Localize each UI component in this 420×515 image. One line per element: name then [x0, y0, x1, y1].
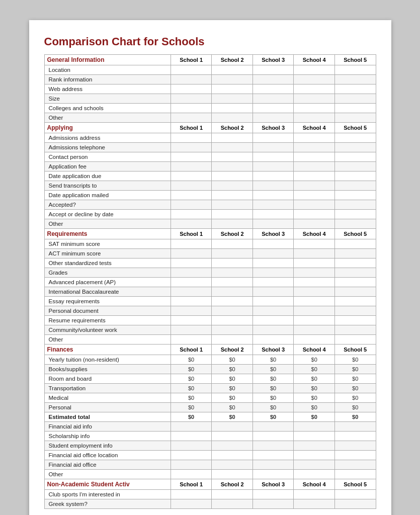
row-label: International Baccalaureate [44, 287, 171, 297]
table-row: Other standardized tests [44, 259, 376, 268]
section-col-4-4: School 5 [334, 479, 376, 490]
section-col-4-2: School 3 [253, 479, 294, 490]
data-cell [171, 171, 212, 181]
data-cell: $0 [294, 374, 335, 384]
data-cell [212, 200, 253, 210]
data-cell [334, 451, 376, 460]
row-label: Financial aid office location [44, 451, 171, 460]
data-cell [334, 191, 376, 200]
table-row: Books/supplies$0$0$0$0$0 [44, 365, 376, 374]
table-row: Yearly tuition (non-resident)$0$0$0$0$0 [44, 355, 376, 365]
section-header-4: Non-Academic Student ActivSchool 1School… [44, 479, 376, 490]
data-cell: $0 [294, 365, 335, 374]
data-cell: $0 [171, 384, 212, 393]
table-row: Financial aid office location [44, 451, 376, 460]
data-cell [212, 268, 253, 278]
data-cell [294, 133, 335, 143]
data-cell [253, 259, 294, 268]
data-cell [334, 490, 376, 499]
data-cell [212, 191, 253, 200]
data-cell [334, 65, 376, 75]
table-row: Grades [44, 268, 376, 278]
comparison-table: General InformationSchool 1School 2Schoo… [44, 54, 376, 509]
data-cell [212, 113, 253, 123]
row-label: Club sports I'm interested in [44, 490, 171, 499]
data-cell: $0 [212, 374, 253, 384]
data-cell: $0 [334, 403, 376, 412]
row-label: Medical [44, 393, 171, 403]
table-row: Other [44, 219, 376, 229]
data-cell [171, 499, 212, 509]
section-header-1: ApplyingSchool 1School 2School 3School 4… [44, 123, 376, 133]
data-cell [212, 143, 253, 152]
row-label: Yearly tuition (non-resident) [44, 355, 171, 365]
data-cell [171, 200, 212, 210]
data-cell [334, 171, 376, 181]
table-row: Resume requirements [44, 316, 376, 325]
data-cell: $0 [171, 403, 212, 412]
data-cell [212, 287, 253, 297]
data-cell [253, 297, 294, 306]
data-cell [212, 259, 253, 268]
data-cell: $0 [334, 412, 376, 422]
data-cell [294, 499, 335, 509]
data-cell [212, 239, 253, 249]
data-cell: $0 [253, 374, 294, 384]
section-header-3: FinancesSchool 1School 2School 3School 4… [44, 345, 376, 355]
data-cell [171, 432, 212, 441]
data-cell [253, 490, 294, 499]
data-cell [294, 239, 335, 249]
data-cell: $0 [253, 384, 294, 393]
data-cell [294, 325, 335, 335]
data-cell [253, 162, 294, 171]
data-cell [171, 287, 212, 297]
data-cell [171, 191, 212, 200]
data-cell [294, 75, 335, 84]
section-header-0: General InformationSchool 1School 2Schoo… [44, 55, 376, 65]
section-col-3-4: School 5 [334, 345, 376, 355]
table-row: Admissions telephone [44, 143, 376, 152]
data-cell [334, 268, 376, 278]
table-row: International Baccalaureate [44, 287, 376, 297]
data-cell [171, 297, 212, 306]
data-cell [294, 259, 335, 268]
row-label: Personal document [44, 306, 171, 316]
data-cell [171, 451, 212, 460]
data-cell [253, 470, 294, 479]
data-cell [334, 432, 376, 441]
data-cell: $0 [334, 374, 376, 384]
data-cell [253, 249, 294, 259]
row-label: Greek system? [44, 499, 171, 509]
table-row: Size [44, 94, 376, 104]
data-cell [171, 316, 212, 325]
row-label: Other [44, 335, 171, 345]
data-cell [212, 316, 253, 325]
data-cell [212, 65, 253, 75]
data-cell [212, 422, 253, 432]
row-label: Estimated total [44, 412, 171, 422]
table-row: Transportation$0$0$0$0$0 [44, 384, 376, 393]
data-cell [253, 104, 294, 113]
table-row: Advanced placement (AP) [44, 278, 376, 287]
row-label: Other [44, 113, 171, 123]
section-name-2: Requirements [44, 229, 171, 239]
data-cell [294, 219, 335, 229]
data-cell [212, 451, 253, 460]
row-label: Financial aid info [44, 422, 171, 432]
row-label: Student employment info [44, 441, 171, 451]
data-cell [212, 460, 253, 470]
data-cell [171, 335, 212, 345]
data-cell [334, 200, 376, 210]
data-cell: $0 [171, 393, 212, 403]
data-cell [171, 152, 212, 162]
data-cell [253, 200, 294, 210]
row-label: Other [44, 470, 171, 479]
data-cell: $0 [212, 365, 253, 374]
data-cell [212, 306, 253, 316]
data-cell: $0 [294, 355, 335, 365]
data-cell [253, 325, 294, 335]
data-cell [334, 297, 376, 306]
row-label: Web address [44, 84, 171, 94]
row-label: Date application due [44, 171, 171, 181]
data-cell [334, 441, 376, 451]
